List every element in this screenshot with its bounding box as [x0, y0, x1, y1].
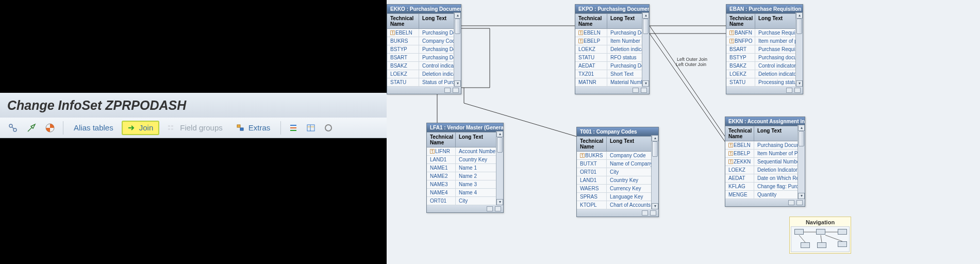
table-header: Technical Name Long Text	[725, 126, 805, 141]
tool-icon-circle[interactable]	[321, 121, 336, 135]
table-row[interactable]: ⚿BUKRSCompany Code	[577, 152, 658, 160]
tool-icon-2[interactable]	[24, 121, 39, 135]
table-row[interactable]: ORT01City	[577, 168, 658, 176]
table-hscroll[interactable]	[575, 87, 649, 94]
scrollbar[interactable]: ▴▾	[496, 131, 503, 205]
table-title: EBAN : Purchase Requisition	[726, 5, 803, 13]
tool-icon-list[interactable]	[286, 121, 301, 135]
table-row[interactable]: LOEKZDeletion indicator in i	[726, 70, 803, 78]
key-icon: ⚿	[578, 38, 583, 44]
table-row[interactable]: AEDATPurchasing Docum	[575, 62, 649, 70]
table-ekkn[interactable]: EKKN : Account Assignment in Purchasing …	[725, 117, 805, 207]
key-icon: ⚿	[729, 38, 734, 44]
table-row[interactable]: ⚿BANFNPurchase Requisition	[726, 29, 803, 37]
table-row[interactable]: STATUStatus of Purchasi	[387, 78, 461, 87]
table-row[interactable]: AEDATDate on Which Recorc	[725, 174, 805, 183]
page-title: Change InfoSet ZPRPODASH	[7, 98, 186, 113]
table-row[interactable]: SPRASLanguage Key	[577, 193, 658, 201]
navigation-panel[interactable]: Navigation	[789, 217, 851, 254]
table-row[interactable]: NAME1Name 1	[427, 164, 503, 172]
svg-line-2	[12, 127, 14, 129]
table-ekko[interactable]: EKKO : Purchasing Document Header Techni…	[387, 4, 461, 94]
table-row[interactable]: LOEKZDeletion indicator i	[575, 45, 649, 54]
table-row[interactable]: MENGEQuantity	[725, 191, 805, 199]
table-t001[interactable]: T001 : Company Codes Technical Name Long…	[576, 127, 659, 217]
key-icon: ⚿	[728, 142, 733, 148]
table-row[interactable]: BUTXTName of Company Code c	[577, 160, 658, 168]
table-body: ⚿EBELNPurchasing Docum⚿EBELPItem Number …	[575, 29, 649, 87]
svg-rect-5	[171, 125, 173, 127]
table-row[interactable]: BUKRSCompany Code	[387, 37, 461, 45]
table-row[interactable]: STATUProcessing status of i	[726, 78, 803, 87]
tool-icon-table[interactable]	[304, 121, 318, 135]
svg-rect-7	[171, 128, 173, 130]
diagram-canvas[interactable]: Left Outer Join Left Outer Join EKKO : P…	[387, 0, 980, 264]
table-row[interactable]: WAERSCurrency Key	[577, 185, 658, 193]
table-hscroll[interactable]	[577, 209, 658, 217]
table-row[interactable]: ⚿BNFPOItem number of purcl	[726, 37, 803, 45]
table-row[interactable]: LAND1Country Key	[427, 156, 503, 164]
key-icon: ⚿	[728, 151, 733, 156]
table-hscroll[interactable]	[427, 205, 503, 212]
table-row[interactable]: BSTYPPurchasing Docum	[387, 45, 461, 54]
toolbar: Alias tables Join Field groups Extras	[0, 118, 387, 138]
table-body: ⚿EBELNPurchasing Document i⚿EBELPItem Nu…	[725, 141, 805, 199]
tool-icon-1[interactable]	[5, 121, 21, 135]
table-row[interactable]: NAME2Name 2	[427, 172, 503, 180]
table-row[interactable]: TXZ01Short Text	[575, 70, 649, 78]
table-row[interactable]: STATURFO status	[575, 54, 649, 62]
svg-rect-13	[307, 125, 314, 131]
navigation-minimap[interactable]	[791, 226, 850, 252]
key-icon: ⚿	[578, 30, 583, 36]
table-hscroll[interactable]	[726, 87, 803, 94]
table-row[interactable]: KTOPLChart of Accounts	[577, 201, 658, 209]
svg-line-32	[825, 235, 842, 241]
scrollbar[interactable]: ▴▾	[454, 12, 461, 87]
table-row[interactable]: BSAKZControl indicator fi	[387, 62, 461, 70]
scrollbar[interactable]: ▴▾	[795, 12, 803, 87]
table-ekpo[interactable]: EKPO : Purchasing Document Item Technica…	[575, 4, 650, 94]
scrollbar[interactable]: ▴▾	[651, 135, 658, 209]
table-row[interactable]: LOEKZDeletion indicator i	[387, 70, 461, 78]
table-row[interactable]: ⚿ZEKKNSequential Number of	[725, 158, 805, 166]
extras-button[interactable]: Extras	[231, 121, 276, 135]
wrench-icon	[26, 123, 37, 133]
table-row[interactable]: NAME4Name 4	[427, 189, 503, 197]
join-button[interactable]: Join	[122, 121, 160, 135]
table-row[interactable]: LOEKZDeletion Indicator: Pu	[725, 166, 805, 174]
table-row[interactable]: LAND1Country Key	[577, 176, 658, 185]
table-row[interactable]: BSARTPurchasing Docum	[387, 54, 461, 62]
separator	[280, 121, 281, 135]
tool-icon-3[interactable]	[42, 121, 58, 135]
table-row[interactable]: ⚿EBELPItem Number of Purch	[725, 150, 805, 158]
table-hscroll[interactable]	[387, 87, 461, 94]
table-row[interactable]: ⚿LIFNRAccount Number of Sui	[427, 147, 503, 156]
table-title: EKKN : Account Assignment in Purchasing …	[725, 117, 805, 126]
table-title: EKKO : Purchasing Document Header	[387, 5, 461, 13]
field-groups-button[interactable]: Field groups	[162, 121, 228, 135]
table-eban[interactable]: EBAN : Purchase Requisition Technical Na…	[726, 4, 803, 94]
svg-line-30	[799, 235, 805, 242]
table-row[interactable]: BSAKZControl indicator for i	[726, 62, 803, 70]
table-row[interactable]: ⚿EBELPItem Number of Pu	[575, 37, 649, 45]
table-header: Technical Name Long Text	[387, 13, 461, 29]
table-row[interactable]: ⚿EBELNPurchasing Docum	[387, 29, 461, 37]
table-body: ⚿EBELNPurchasing DocumBUKRSCompany CodeB…	[387, 29, 461, 87]
table-header: Technical Name Long Text	[726, 13, 803, 29]
table-row[interactable]: KFLAGChange flag: Purchasi	[725, 183, 805, 191]
table-row[interactable]: BSARTPurchase Requisition	[726, 45, 803, 54]
table-row[interactable]: ⚿EBELNPurchasing Document i	[725, 141, 805, 150]
table-row[interactable]: ORT01City	[427, 197, 503, 205]
table-row[interactable]: BSTYPPurchasing document	[726, 54, 803, 62]
extras-icon	[236, 124, 245, 132]
table-body: ⚿BUKRSCompany CodeBUTXTName of Company C…	[577, 152, 658, 209]
circle-icon	[324, 124, 333, 132]
alias-tables-button[interactable]: Alias tables	[69, 121, 119, 135]
table-row[interactable]: ⚿EBELNPurchasing Docum	[575, 29, 649, 37]
table-lfa1[interactable]: LFA1 : Vendor Master (General Section) T…	[426, 123, 504, 213]
scrollbar[interactable]: ▴▾	[798, 125, 805, 199]
table-hscroll[interactable]	[725, 199, 805, 206]
table-row[interactable]: MATNRMaterial Number	[575, 78, 649, 87]
table-row[interactable]: NAME3Name 3	[427, 180, 503, 189]
scrollbar[interactable]: ▴▾	[642, 12, 649, 87]
